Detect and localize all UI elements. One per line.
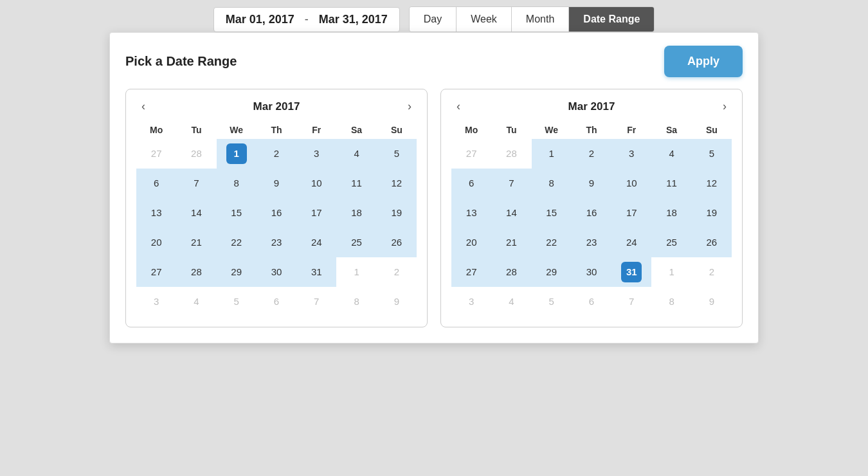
day-cell[interactable]: 8 — [336, 287, 376, 316]
day-cell[interactable]: 31 — [611, 257, 651, 287]
day-cell[interactable]: 23 — [572, 228, 611, 257]
day-cell[interactable]: 28 — [176, 139, 216, 169]
table-row: 272829303112 — [451, 257, 732, 287]
day-cell[interactable]: 22 — [217, 228, 257, 257]
day-cell[interactable]: 21 — [176, 228, 216, 257]
day-cell[interactable]: 14 — [491, 198, 531, 228]
day-cell[interactable]: 8 — [217, 169, 257, 198]
day-cell[interactable]: 11 — [651, 169, 691, 198]
day-cell[interactable]: 1 — [217, 139, 257, 169]
day-cell[interactable]: 2 — [377, 257, 417, 287]
day-cell[interactable]: 21 — [491, 228, 531, 257]
day-cell[interactable]: 13 — [451, 198, 491, 228]
day-cell[interactable]: 27 — [136, 139, 176, 169]
day-cell[interactable]: 7 — [296, 287, 336, 316]
day-cell[interactable]: 11 — [336, 169, 376, 198]
day-cell[interactable]: 30 — [257, 257, 296, 287]
day-cell[interactable]: 3 — [296, 139, 336, 169]
day-cell[interactable]: 6 — [136, 169, 176, 198]
day-cell[interactable]: 10 — [611, 169, 651, 198]
day-cell[interactable]: 17 — [296, 198, 336, 228]
day-cell[interactable]: 23 — [257, 228, 296, 257]
day-cell[interactable]: 10 — [296, 169, 336, 198]
day-cell[interactable]: 25 — [336, 228, 376, 257]
day-cell[interactable]: 27 — [136, 257, 176, 287]
calendar-left-prev-btn[interactable]: ‹ — [136, 98, 150, 114]
calendar-right-grid: Mo Tu We Th Fr Sa Su 2728123456789101112… — [451, 121, 732, 316]
calendar-left-next-btn[interactable]: › — [402, 98, 417, 114]
day-cell[interactable]: 18 — [651, 198, 691, 228]
day-cell[interactable]: 8 — [532, 169, 572, 198]
day-cell[interactable]: 8 — [651, 287, 691, 316]
day-cell[interactable]: 26 — [377, 228, 417, 257]
day-cell[interactable]: 13 — [136, 198, 176, 228]
day-cell[interactable]: 1 — [336, 257, 376, 287]
day-cell[interactable]: 26 — [692, 228, 732, 257]
day-cell[interactable]: 28 — [491, 257, 531, 287]
day-cell[interactable]: 15 — [217, 198, 257, 228]
day-cell[interactable]: 27 — [451, 257, 491, 287]
tab-month[interactable]: Month — [512, 7, 569, 32]
day-cell[interactable]: 9 — [692, 287, 732, 316]
calendar-right-prev-btn[interactable]: ‹ — [451, 98, 466, 114]
day-cell[interactable]: 24 — [296, 228, 336, 257]
day-cell[interactable]: 2 — [257, 139, 296, 169]
day-cell[interactable]: 2 — [572, 139, 611, 169]
day-cell[interactable]: 19 — [692, 198, 732, 228]
day-cell[interactable]: 12 — [692, 169, 732, 198]
day-cell[interactable]: 5 — [532, 287, 572, 316]
day-cell[interactable]: 4 — [176, 287, 216, 316]
day-cell[interactable]: 5 — [217, 287, 257, 316]
day-cell[interactable]: 1 — [651, 257, 691, 287]
day-cell[interactable]: 28 — [176, 257, 216, 287]
table-row: 6789101112 — [136, 169, 417, 198]
day-cell[interactable]: 3 — [136, 287, 176, 316]
day-cell[interactable]: 4 — [491, 287, 531, 316]
day-cell[interactable]: 1 — [532, 139, 572, 169]
tab-day[interactable]: Day — [410, 7, 457, 32]
day-cell[interactable]: 7 — [611, 287, 651, 316]
day-cell[interactable]: 16 — [257, 198, 296, 228]
apply-button[interactable]: Apply — [664, 46, 743, 77]
day-cell[interactable]: 14 — [176, 198, 216, 228]
day-cell[interactable]: 29 — [532, 257, 572, 287]
calendar-left-nav: ‹ Mar 2017 › — [136, 98, 417, 114]
day-cell[interactable]: 3 — [451, 287, 491, 316]
day-cell[interactable]: 20 — [451, 228, 491, 257]
day-cell[interactable]: 31 — [296, 257, 336, 287]
day-cell[interactable]: 28 — [491, 139, 531, 169]
day-cell[interactable]: 12 — [377, 169, 417, 198]
day-cell[interactable]: 7 — [176, 169, 216, 198]
day-cell[interactable]: 20 — [136, 228, 176, 257]
day-cell[interactable]: 6 — [572, 287, 611, 316]
day-cell[interactable]: 19 — [377, 198, 417, 228]
day-cell[interactable]: 6 — [257, 287, 296, 316]
day-cell[interactable]: 5 — [692, 139, 732, 169]
day-cell[interactable]: 17 — [611, 198, 651, 228]
tab-date-range[interactable]: Date Range — [569, 7, 654, 32]
tab-week[interactable]: Week — [457, 7, 512, 32]
day-cell[interactable]: 29 — [217, 257, 257, 287]
day-cell[interactable]: 9 — [572, 169, 611, 198]
day-cell[interactable]: 9 — [257, 169, 296, 198]
day-cell[interactable]: 25 — [651, 228, 691, 257]
day-cell[interactable]: 27 — [451, 139, 491, 169]
date-range-panel: Pick a Date Range Apply ‹ Mar 2017 › Mo … — [109, 32, 759, 343]
day-cell[interactable]: 2 — [692, 257, 732, 287]
day-cell[interactable]: 9 — [377, 287, 417, 316]
day-cell[interactable]: 6 — [451, 169, 491, 198]
day-cell[interactable]: 7 — [491, 169, 531, 198]
day-cell[interactable]: 3 — [611, 139, 651, 169]
date-range-display[interactable]: Mar 01, 2017 - Mar 31, 2017 — [213, 7, 400, 32]
day-cell[interactable]: 30 — [572, 257, 611, 287]
calendar-right-next-btn[interactable]: › — [718, 98, 732, 114]
day-cell[interactable]: 15 — [532, 198, 572, 228]
day-cell[interactable]: 16 — [572, 198, 611, 228]
day-cell[interactable]: 24 — [611, 228, 651, 257]
day-cell[interactable]: 5 — [377, 139, 417, 169]
day-cell[interactable]: 4 — [651, 139, 691, 169]
day-number: 4 — [501, 291, 521, 312]
day-cell[interactable]: 4 — [336, 139, 376, 169]
day-cell[interactable]: 18 — [336, 198, 376, 228]
day-cell[interactable]: 22 — [532, 228, 572, 257]
